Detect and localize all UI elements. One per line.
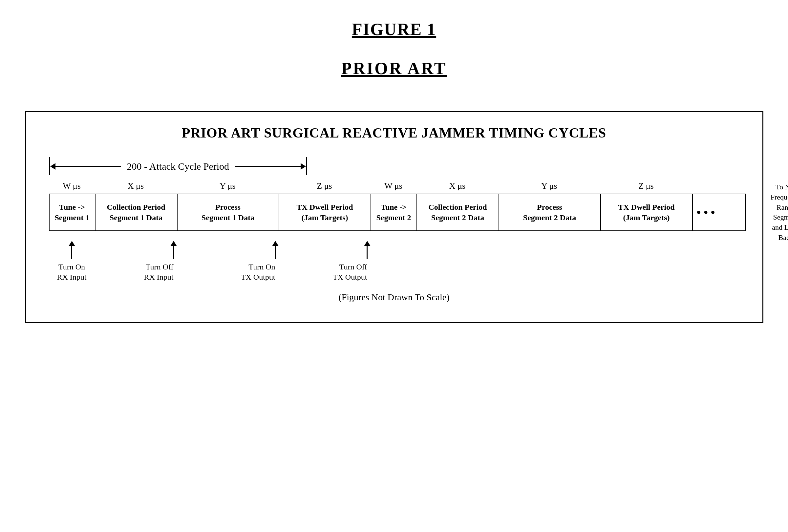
dots-block: • • •: [693, 194, 719, 230]
arrows-row: Turn OnRX Input Turn OffRX Input Turn On…: [49, 241, 746, 282]
annotation-2: Turn OffRX Input: [95, 241, 177, 282]
annotation-1: Turn OnRX Input: [49, 241, 95, 282]
annotation-3: Turn OnTX Output: [177, 241, 279, 282]
diagram-container: PRIOR ART SURGICAL REACTIVE JAMMER TIMIN…: [25, 111, 763, 323]
annotation-text-1: Turn OnRX Input: [57, 262, 87, 282]
block-txdw1: TX Dwell Period(Jam Targets): [279, 194, 371, 230]
prior-art-label: PRIOR ART: [341, 59, 447, 78]
block-proc1: ProcessSegment 1 Data: [178, 194, 279, 230]
block-tune1: Tune ->Segment 1: [50, 194, 96, 230]
timing-label-z2: Z μs: [600, 181, 692, 191]
timing-label-w1: W μs: [49, 181, 95, 191]
nth-label: To NthFrequencyRangeSegmentand LoopBack: [771, 182, 788, 243]
attack-cycle-row: 200 - Attack Cycle Period: [42, 157, 746, 175]
block-txdw2: TX Dwell Period(Jam Targets): [601, 194, 693, 230]
annotation-text-3: Turn OnTX Output: [241, 262, 275, 282]
annotation-4: Turn OffTX Output: [279, 241, 371, 282]
timing-label-y1: Y μs: [177, 181, 279, 191]
arrow-shaft-left: [56, 166, 121, 167]
block-proc2: ProcessSegment 2 Data: [499, 194, 601, 230]
block-coll2: Collection PeriodSegment 2 Data: [417, 194, 499, 230]
arrow-shaft-right: [235, 166, 301, 167]
block-tune2: Tune ->Segment 2: [371, 194, 417, 230]
timing-label-w2: W μs: [371, 181, 416, 191]
annotation-text-2: Turn OffRX Input: [144, 262, 174, 282]
page-title: FIGURE 1: [352, 20, 436, 39]
right-vertical-bar: [306, 157, 307, 175]
timing-label-y2: Y μs: [498, 181, 600, 191]
timing-labels-row: W μs X μs Y μs Z μs W μs X μs Y μs Z μs: [42, 181, 746, 191]
arrow-left-head: [50, 163, 56, 170]
diagram-title: PRIOR ART SURGICAL REACTIVE JAMMER TIMIN…: [42, 125, 746, 141]
attack-cycle-label: 200 - Attack Cycle Period: [127, 161, 230, 172]
figures-note: (Figures Not Drawn To Scale): [42, 292, 746, 302]
annotation-text-4: Turn OffTX Output: [333, 262, 367, 282]
timing-label-x2: X μs: [416, 181, 498, 191]
timing-label-z1: Z μs: [279, 181, 371, 191]
block-coll1: Collection PeriodSegment 1 Data: [96, 194, 178, 230]
arrow-right-head: [301, 163, 306, 170]
timing-label-x1: X μs: [95, 181, 177, 191]
blocks-row: Tune ->Segment 1 Collection PeriodSegmen…: [49, 194, 746, 231]
